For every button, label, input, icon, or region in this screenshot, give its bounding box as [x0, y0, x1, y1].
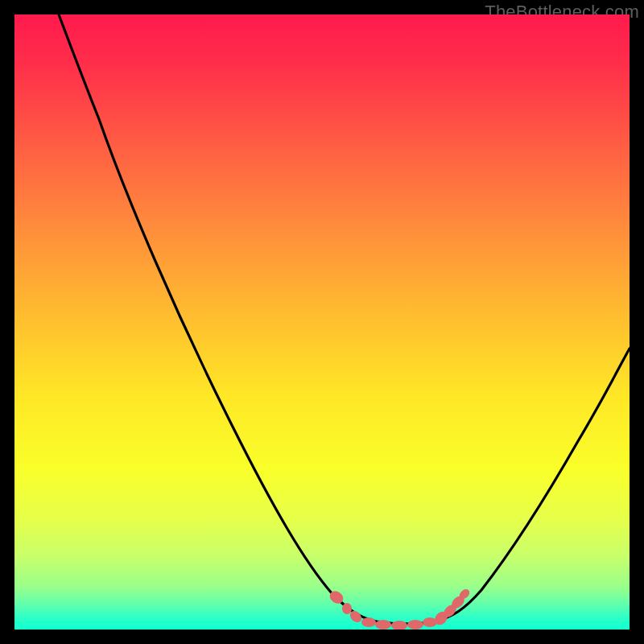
svg-point-4	[375, 620, 391, 630]
svg-point-1	[342, 603, 352, 614]
plot-area	[14, 14, 630, 630]
svg-point-3	[361, 617, 376, 627]
svg-point-6	[407, 620, 423, 630]
svg-point-5	[391, 621, 407, 630]
chart-svg	[14, 14, 630, 630]
highlighted-range	[328, 588, 472, 630]
bottleneck-curve	[59, 14, 630, 624]
